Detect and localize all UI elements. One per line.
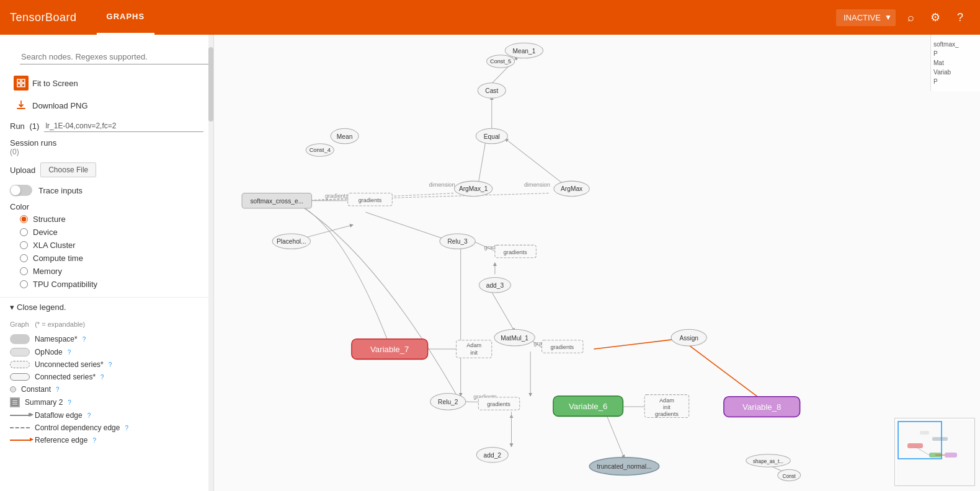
svg-text:ArgMax_1: ArgMax_1 <box>459 185 488 192</box>
svg-text:dimension: dimension <box>429 182 455 188</box>
run-row: Run (1) lr_1E-04,conv=2,fc=2 <box>0 117 213 136</box>
right-hint-line4: Variab <box>933 68 978 77</box>
right-hint-line1: softmax_ <box>933 40 978 49</box>
svg-text:gradients: gradients <box>550 344 574 350</box>
svg-text:MatMul_1: MatMul_1 <box>501 335 528 342</box>
svg-rect-101 <box>945 453 957 458</box>
session-runs-row: Session runs (0) <box>0 136 213 159</box>
unconnected-help-icon[interactable]: ? <box>109 361 112 368</box>
choose-file-button[interactable]: Choose File <box>40 162 96 177</box>
svg-rect-99 <box>907 443 923 448</box>
namespace-help-icon[interactable]: ? <box>82 336 86 343</box>
session-runs-label: Session runs <box>10 138 203 148</box>
connected-help-icon[interactable]: ? <box>100 374 104 381</box>
svg-text:dimension: dimension <box>524 182 550 188</box>
fit-screen-label: Fit to Screen <box>32 79 203 88</box>
legend-summary: Summary 2 ? <box>10 396 203 409</box>
legend-section: Graph (* = expandable) Namespace* ? OpNo… <box>0 317 213 451</box>
legend-opnode: OpNode ? <box>10 346 203 358</box>
namespace-label: Namespace* <box>35 335 78 343</box>
download-png-label: Download PNG <box>32 101 203 110</box>
search-button[interactable]: ⌕ <box>901 7 920 27</box>
legend-control-dep: Control dependency edge ? <box>10 422 203 434</box>
svg-text:gradients: gradients <box>359 197 382 203</box>
right-hint-line2: P <box>933 49 978 58</box>
color-compute-time[interactable]: Compute time <box>15 252 198 265</box>
svg-text:Relu_2: Relu_2 <box>438 399 458 405</box>
control-dep-help-icon[interactable]: ? <box>125 425 128 431</box>
legend-constant: Constant ? <box>10 383 203 396</box>
svg-text:Mean: Mean <box>337 133 353 140</box>
right-hint-line3: Mat <box>933 58 978 68</box>
trace-inputs-label: Trace inputs <box>38 186 82 195</box>
svg-text:Adam: Adam <box>659 397 674 404</box>
trace-inputs-toggle[interactable] <box>10 185 32 196</box>
opnode-shape <box>10 348 30 356</box>
graphs-nav-item[interactable]: GRAPHS <box>97 0 155 35</box>
color-xla-cluster[interactable]: XLA Cluster <box>15 239 198 252</box>
unconnected-label: Unconnected series* <box>35 360 104 369</box>
session-runs-count: (0) <box>10 148 203 156</box>
download-png-row[interactable]: Download PNG <box>0 94 213 117</box>
svg-line-11 <box>478 139 486 184</box>
constant-help-icon[interactable]: ? <box>56 386 60 393</box>
connected-shape <box>10 373 30 381</box>
legend-title: Graph (* = expandable) <box>10 319 203 329</box>
sidebar-scrollbar-thumb[interactable] <box>208 47 213 122</box>
legend-dataflow: ▶ Dataflow edge ? <box>10 409 203 422</box>
svg-text:Variable_6: Variable_6 <box>569 402 607 411</box>
run-label: Run (1) <box>10 122 39 131</box>
legend-toggle-label: Close legend. <box>17 303 66 312</box>
fit-screen-icon <box>14 76 29 91</box>
legend-connected: Connected series* ? <box>10 371 203 383</box>
svg-text:gradients: gradients <box>504 249 527 255</box>
opnode-help-icon[interactable]: ? <box>68 349 71 356</box>
summary-help-icon[interactable]: ? <box>68 399 71 406</box>
control-dep-shape <box>10 427 30 428</box>
svg-text:gradients: gradients <box>325 193 349 199</box>
svg-text:Mean_1: Mean_1 <box>512 48 535 55</box>
graph-canvas[interactable]: dimension dimension gradients gradients … <box>214 35 980 491</box>
sidebar-scrollbar[interactable] <box>208 35 213 491</box>
svg-rect-0 <box>17 79 20 82</box>
color-device[interactable]: Device <box>15 226 198 239</box>
svg-text:add_2: add_2 <box>484 452 502 459</box>
minimap[interactable] <box>894 418 975 486</box>
svg-rect-1 <box>22 79 25 82</box>
run-status-select[interactable]: INACTIVE <box>836 9 896 26</box>
svg-line-19 <box>365 212 451 241</box>
legend-toggle[interactable]: ▾ Close legend. <box>0 297 213 317</box>
summary-shape <box>10 397 20 407</box>
help-button[interactable]: ? <box>950 7 970 27</box>
fit-to-screen-row[interactable]: Fit to Screen <box>0 72 213 94</box>
svg-text:Cast: Cast <box>485 87 498 94</box>
upload-row: Upload Choose File <box>0 159 213 181</box>
svg-text:Const: Const <box>783 474 796 479</box>
color-section: Color Structure Device XLA Cluster Compu… <box>0 200 213 292</box>
settings-button[interactable]: ⚙ <box>925 7 945 27</box>
help-icon: ? <box>957 11 963 24</box>
graph-area[interactable]: dimension dimension gradients gradients … <box>214 35 980 491</box>
trace-inputs-row: Trace inputs <box>0 181 213 200</box>
svg-line-12 <box>505 139 562 184</box>
search-input[interactable] <box>20 50 213 64</box>
legend-namespace: Namespace* ? <box>10 332 203 346</box>
svg-line-37 <box>607 415 625 458</box>
color-tpu[interactable]: TPU Compatibility <box>15 278 198 291</box>
download-icon <box>14 98 29 113</box>
main-layout: Fit to Screen Download PNG Run (1) lr_ <box>0 35 980 491</box>
opnode-label: OpNode <box>35 348 63 356</box>
gear-icon: ⚙ <box>930 11 940 24</box>
color-memory[interactable]: Memory <box>15 265 198 278</box>
color-structure[interactable]: Structure <box>15 213 198 226</box>
dataflow-help-icon[interactable]: ? <box>87 412 91 419</box>
reference-edge-help-icon[interactable]: ? <box>92 437 96 444</box>
run-select[interactable]: lr_1E-04,conv=2,fc=2 <box>44 120 203 132</box>
dataflow-label: Dataflow edge <box>35 411 82 420</box>
reference-edge-label: Reference edge <box>35 436 87 445</box>
svg-text:gradients: gradients <box>487 401 510 407</box>
unconnected-shape <box>10 361 30 368</box>
svg-text:truncated_normal...: truncated_normal... <box>597 463 651 470</box>
sidebar: Fit to Screen Download PNG Run (1) lr_ <box>0 35 214 491</box>
svg-text:Variable_8: Variable_8 <box>742 402 781 412</box>
